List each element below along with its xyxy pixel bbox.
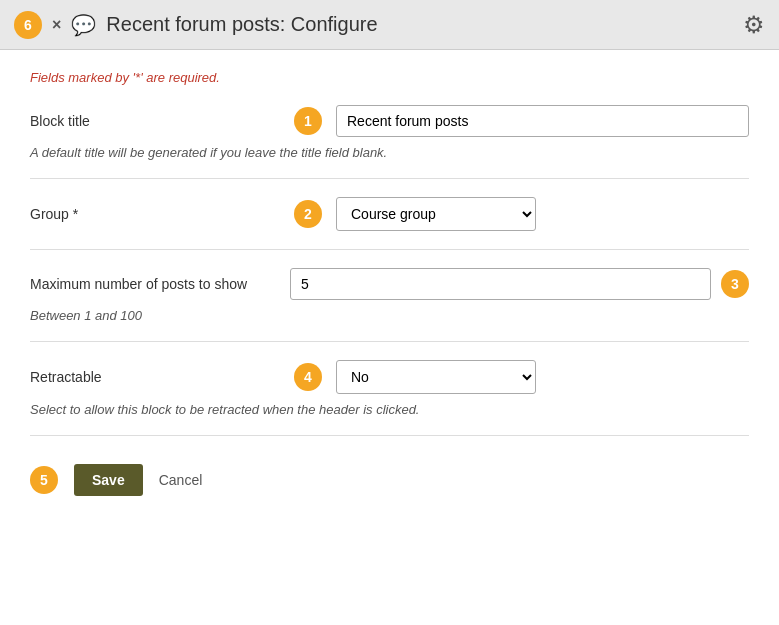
required-note: Fields marked by '*' are required. <box>30 70 749 85</box>
retractable-label: Retractable <box>30 369 280 385</box>
page-wrapper: 6 × 💬 Recent forum posts: Configure ⚙ Fi… <box>0 0 779 625</box>
step-3-badge: 3 <box>721 270 749 298</box>
group-select[interactable]: Course group Default group <box>336 197 536 231</box>
save-button[interactable]: Save <box>74 464 143 496</box>
max-posts-hint: Between 1 and 100 <box>30 308 749 323</box>
header-bar: 6 × 💬 Recent forum posts: Configure ⚙ <box>0 0 779 50</box>
header-badge: 6 <box>14 11 42 39</box>
block-title-label: Block title <box>30 113 280 129</box>
main-content: Fields marked by '*' are required. Block… <box>0 50 779 526</box>
group-section: Group * 2 Course group Default group <box>30 197 749 250</box>
block-title-hint: A default title will be generated if you… <box>30 145 749 160</box>
block-title-section: Block title 1 A default title will be ge… <box>30 105 749 179</box>
block-title-input[interactable] <box>336 105 749 137</box>
max-posts-section: Maximum number of posts to show 3 Betwee… <box>30 268 749 342</box>
retractable-section: Retractable 4 No Yes Yes (initially coll… <box>30 360 749 436</box>
footer-section: 5 Save Cancel <box>30 454 749 496</box>
forum-icon: 💬 <box>71 13 96 37</box>
step-5-badge: 5 <box>30 466 58 494</box>
max-posts-input-wrap: 3 <box>290 268 749 300</box>
cancel-button[interactable]: Cancel <box>159 472 203 488</box>
max-posts-label: Maximum number of posts to show <box>30 276 280 292</box>
group-label: Group * <box>30 206 280 222</box>
retractable-row: Retractable 4 No Yes Yes (initially coll… <box>30 360 749 394</box>
step-4-badge: 4 <box>294 363 322 391</box>
gear-icon[interactable]: ⚙ <box>743 11 765 39</box>
step-1-badge: 1 <box>294 107 322 135</box>
close-icon[interactable]: × <box>52 16 61 34</box>
step-2-badge: 2 <box>294 200 322 228</box>
header-left: 6 × 💬 Recent forum posts: Configure <box>14 11 378 39</box>
max-posts-row: Maximum number of posts to show 3 <box>30 268 749 300</box>
block-title-row: Block title 1 <box>30 105 749 137</box>
retractable-select[interactable]: No Yes Yes (initially collapsed) <box>336 360 536 394</box>
page-title: Recent forum posts: Configure <box>106 13 377 36</box>
max-posts-input[interactable] <box>290 268 711 300</box>
group-row: Group * 2 Course group Default group <box>30 197 749 231</box>
retractable-hint: Select to allow this block to be retract… <box>30 402 749 417</box>
